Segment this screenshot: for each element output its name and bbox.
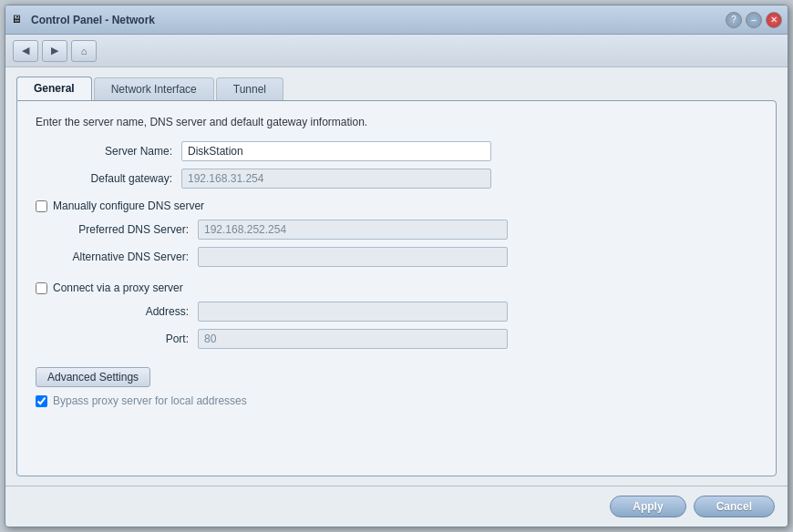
address-label: Address: [52, 305, 198, 318]
manually-dns-row: Manually configure DNS server [36, 200, 757, 212]
content-area: General Network Interface Tunnel Enter t… [5, 67, 788, 486]
forward-button[interactable]: ▶ [42, 40, 67, 62]
bypass-proxy-label: Bypass proxy server for local addresses [53, 394, 247, 407]
server-name-label: Server Name: [36, 145, 181, 158]
address-row: Address: [52, 302, 757, 322]
home-button[interactable]: ⌂ [71, 40, 97, 62]
port-label: Port: [52, 332, 198, 345]
close-button[interactable]: ✕ [766, 12, 782, 28]
address-input [198, 302, 508, 322]
preferred-dns-label: Preferred DNS Server: [52, 223, 198, 236]
connect-proxy-checkbox[interactable] [36, 282, 47, 294]
footer: Apply Cancel [5, 486, 788, 527]
bypass-row: Bypass proxy server for local addresses [36, 394, 757, 407]
panel-description: Enter the server name, DNS server and de… [36, 116, 757, 128]
preferred-dns-input [198, 220, 508, 240]
default-gateway-label: Default gateway: [36, 172, 181, 185]
server-name-input[interactable] [181, 141, 491, 161]
alternative-dns-input [198, 247, 508, 267]
cancel-button[interactable]: Cancel [694, 496, 775, 517]
advanced-btn-container: Advanced Settings [36, 362, 757, 387]
tab-general[interactable]: General [16, 77, 92, 100]
port-input [198, 329, 508, 349]
default-gateway-row: Default gateway: [36, 169, 757, 189]
titlebar-left: 🖥 Control Panel - Network [11, 13, 155, 27]
default-gateway-input [181, 169, 491, 189]
titlebar-controls: ? – ✕ [726, 12, 782, 28]
window-title: Control Panel - Network [31, 14, 155, 26]
connect-proxy-label: Connect via a proxy server [53, 281, 183, 294]
manually-dns-label: Manually configure DNS server [53, 200, 204, 212]
apply-button[interactable]: Apply [610, 496, 685, 517]
port-row: Port: [52, 329, 757, 349]
minimize-button[interactable]: – [746, 12, 762, 28]
titlebar: 🖥 Control Panel - Network ? – ✕ [5, 5, 788, 35]
tab-tunnel[interactable]: Tunnel [216, 77, 283, 100]
general-panel: Enter the server name, DNS server and de… [16, 100, 777, 476]
alternative-dns-row: Alternative DNS Server: [52, 247, 757, 267]
proxy-section: Address: Port: [52, 302, 757, 356]
manually-dns-checkbox[interactable] [36, 200, 47, 212]
bypass-proxy-checkbox[interactable] [36, 395, 47, 407]
help-button[interactable]: ? [726, 12, 742, 28]
dns-section: Preferred DNS Server: Alternative DNS Se… [52, 220, 757, 274]
alternative-dns-label: Alternative DNS Server: [52, 251, 198, 263]
advanced-settings-button[interactable]: Advanced Settings [36, 367, 150, 387]
back-button[interactable]: ◀ [13, 40, 38, 62]
server-name-row: Server Name: [36, 141, 757, 161]
preferred-dns-row: Preferred DNS Server: [52, 220, 757, 240]
proxy-row: Connect via a proxy server [36, 281, 757, 294]
main-window: 🖥 Control Panel - Network ? – ✕ ◀ ▶ ⌂ Ge… [5, 5, 788, 527]
window-icon: 🖥 [11, 13, 26, 27]
tabs: General Network Interface Tunnel [16, 77, 777, 100]
toolbar: ◀ ▶ ⌂ [5, 35, 788, 67]
tab-network-interface[interactable]: Network Interface [94, 77, 214, 100]
